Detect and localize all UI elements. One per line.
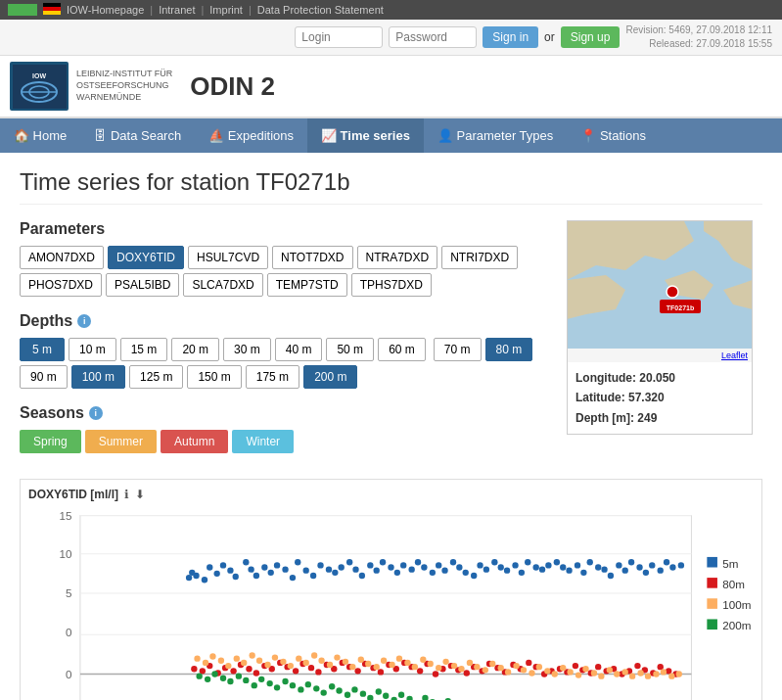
svg-point-76: [441, 568, 447, 574]
svg-point-154: [526, 660, 531, 666]
svg-point-171: [658, 664, 664, 670]
content-area: Parameters AMON7DXD DOXY6TID HSUL7CVD NT…: [20, 220, 762, 469]
depths-title: Depths i: [20, 312, 547, 330]
svg-point-236: [676, 671, 682, 677]
svg-point-177: [218, 658, 224, 664]
svg-point-96: [580, 570, 586, 576]
svg-point-190: [318, 658, 324, 664]
longitude-row: Longitude: 20.050: [575, 368, 744, 388]
season-summer[interactable]: Summer: [85, 430, 157, 453]
svg-point-235: [668, 673, 674, 678]
svg-point-248: [282, 678, 288, 684]
svg-point-127: [315, 669, 321, 675]
nav-home[interactable]: 🏠 Home: [0, 118, 80, 153]
nav-parameter-types[interactable]: 👤 Parameter Types: [424, 118, 567, 153]
password-input[interactable]: [389, 26, 477, 48]
season-spring[interactable]: Spring: [20, 430, 81, 453]
svg-point-182: [256, 658, 262, 664]
svg-point-70: [400, 562, 406, 568]
iow-homepage-link[interactable]: IOW-Homepage: [67, 4, 144, 16]
seasons-title: Seasons i: [20, 404, 547, 422]
svg-point-95: [575, 562, 580, 568]
param-HSUL7CVD[interactable]: HSUL7CVD: [188, 246, 268, 269]
param-TPHS7DXD[interactable]: TPHS7DXD: [351, 273, 432, 297]
svg-point-220: [552, 671, 558, 677]
chart-header: DOXY6TID [ml/l] ℹ ⬇: [28, 488, 754, 501]
svg-point-250: [298, 686, 303, 692]
svg-point-80: [471, 573, 477, 579]
svg-point-40: [193, 573, 199, 579]
revision-info: Revision: 5469, 27.09.2018 12:11 Release…: [625, 23, 772, 51]
svg-point-111: [191, 666, 197, 672]
svg-point-55: [295, 559, 300, 565]
depth-20m[interactable]: 20 m: [171, 338, 219, 361]
svg-point-213: [498, 665, 504, 671]
svg-point-68: [388, 564, 393, 570]
signin-button[interactable]: Sign in: [483, 26, 538, 48]
param-NTRA7DXD[interactable]: NTRA7DXD: [357, 246, 438, 269]
svg-point-178: [225, 663, 231, 669]
intranet-link[interactable]: Intranet: [159, 4, 195, 16]
imprint-link[interactable]: Imprint: [209, 4, 243, 16]
param-PSAL5IBD[interactable]: PSAL5IBD: [106, 273, 179, 297]
nav-expeditions[interactable]: ⛵ Expeditions: [195, 118, 307, 153]
parameters-section: Parameters AMON7DXD DOXY6TID HSUL7CVD NT…: [20, 220, 547, 297]
svg-point-160: [573, 663, 578, 669]
depth-15m[interactable]: 15 m: [120, 338, 168, 361]
leaflet-link[interactable]: Leaflet: [721, 350, 748, 360]
svg-point-247: [274, 684, 280, 690]
chart-container: DOXY6TID [ml/l] ℹ ⬇ 15 10 5: [20, 479, 762, 700]
svg-point-82: [483, 566, 489, 572]
svg-point-103: [628, 559, 634, 565]
svg-point-91: [545, 562, 551, 568]
top-bar: IOW-Homepage | Intranet | Imprint | Data…: [0, 0, 782, 20]
depth-40m[interactable]: 40 m: [275, 338, 323, 361]
depth-10m[interactable]: 10 m: [69, 338, 116, 361]
depth-100m[interactable]: 100 m: [71, 365, 125, 389]
chart-info-icon[interactable]: ℹ: [124, 488, 129, 501]
right-panel: TF0271b Leaflet Longitude: 20.050 Latitu…: [567, 220, 762, 469]
svg-text:5m: 5m: [722, 557, 738, 570]
depth-200m[interactable]: 200 m: [303, 365, 357, 389]
param-AMON7DXD[interactable]: AMON7DXD: [20, 246, 104, 269]
param-PHOS7DXD[interactable]: PHOS7DXD: [20, 273, 102, 297]
svg-point-62: [346, 559, 352, 565]
depth-5m[interactable]: 5 m: [20, 338, 65, 361]
nav-data-search[interactable]: 🗄 Data Search: [80, 118, 195, 153]
signup-button[interactable]: Sign up: [561, 26, 621, 48]
depth-90m[interactable]: 90 m: [20, 365, 68, 389]
svg-text:IOW: IOW: [32, 72, 46, 79]
depth-175m[interactable]: 175 m: [246, 365, 299, 389]
svg-point-216: [521, 667, 527, 673]
param-SLCA7DXD[interactable]: SLCA7DXD: [183, 273, 262, 297]
depth-50m[interactable]: 50 m: [326, 338, 374, 361]
svg-point-85: [504, 568, 510, 574]
nav-time-series[interactable]: 📈 Time series: [307, 118, 424, 153]
left-panel: Parameters AMON7DXD DOXY6TID HSUL7CVD NT…: [20, 220, 547, 469]
depth-150m[interactable]: 150 m: [187, 365, 241, 389]
depths-info-icon[interactable]: i: [77, 314, 91, 328]
login-input[interactable]: [295, 26, 383, 48]
depth-70m[interactable]: 70 m: [434, 338, 482, 361]
svg-text:100m: 100m: [722, 598, 751, 611]
svg-point-245: [258, 677, 264, 682]
depth-80m[interactable]: 80 m: [485, 338, 533, 361]
param-NTOT7DXD[interactable]: NTOT7DXD: [272, 246, 352, 269]
map-placeholder: TF0271b: [568, 221, 752, 349]
chart-download-icon[interactable]: ⬇: [135, 488, 145, 501]
param-DOXY6TID[interactable]: DOXY6TID: [108, 246, 184, 269]
depth-60m[interactable]: 60 m: [378, 338, 426, 361]
svg-point-49: [253, 573, 259, 579]
svg-point-60: [332, 570, 338, 576]
depth-125m[interactable]: 125 m: [129, 365, 183, 389]
data-protection-link[interactable]: Data Protection Statement: [257, 4, 384, 16]
svg-point-45: [227, 568, 233, 574]
svg-point-197: [374, 664, 380, 670]
nav-stations[interactable]: 📍 Stations: [567, 118, 660, 153]
seasons-info-icon[interactable]: i: [89, 406, 103, 420]
param-TEMP7STD[interactable]: TEMP7STD: [267, 273, 347, 297]
param-NTRI7DXD[interactable]: NTRI7DXD: [441, 246, 518, 269]
season-autumn[interactable]: Autumn: [161, 430, 228, 453]
season-winter[interactable]: Winter: [232, 430, 294, 453]
depth-30m[interactable]: 30 m: [223, 338, 271, 361]
